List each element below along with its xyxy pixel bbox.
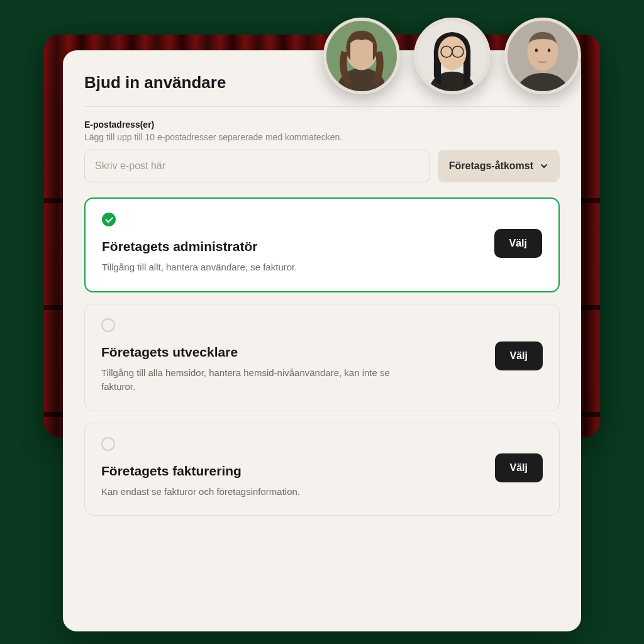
role-description: Kan endast se fakturor och företagsinfor… xyxy=(101,485,391,499)
select-button-admin[interactable]: Välj xyxy=(494,229,542,258)
check-icon xyxy=(102,213,116,226)
role-title: Företagets utvecklare xyxy=(101,345,482,360)
select-button-developer[interactable]: Välj xyxy=(495,341,543,370)
access-dropdown[interactable]: Företags-åtkomst xyxy=(438,150,560,182)
role-card-billing[interactable]: Företagets fakturering Kan endast se fak… xyxy=(84,423,560,516)
email-label: E-postadress(er) xyxy=(84,119,560,130)
chevron-down-icon xyxy=(540,162,548,170)
avatar-user-3 xyxy=(504,18,581,94)
access-dropdown-label: Företags-åtkomst xyxy=(449,160,533,172)
email-hint: Lägg till upp till 10 e-postadresser sep… xyxy=(84,132,560,142)
radio-icon xyxy=(101,318,115,332)
select-button-billing[interactable]: Välj xyxy=(495,453,543,482)
avatar-user-1 xyxy=(323,18,400,94)
role-title: Företagets fakturering xyxy=(101,464,482,479)
svg-point-12 xyxy=(535,48,538,52)
email-field-group: E-postadress(er) Lägg till upp till 10 e… xyxy=(84,119,560,197)
svg-point-13 xyxy=(548,48,550,52)
role-description: Tillgång till alla hemsidor, hantera hem… xyxy=(101,366,391,394)
role-title: Företagets administratör xyxy=(102,239,482,254)
radio-icon xyxy=(101,437,115,451)
role-description: Tillgång till allt, hantera användare, s… xyxy=(102,260,391,275)
avatar-user-2 xyxy=(414,18,491,94)
email-input[interactable] xyxy=(84,150,430,182)
role-card-admin[interactable]: Företagets administratör Tillgång till a… xyxy=(84,197,560,292)
avatar-group xyxy=(323,18,581,94)
role-card-developer[interactable]: Företagets utvecklare Tillgång till alla… xyxy=(84,304,560,411)
invite-users-card: Bjud in användare E-postadress(er) Lägg … xyxy=(63,50,581,631)
